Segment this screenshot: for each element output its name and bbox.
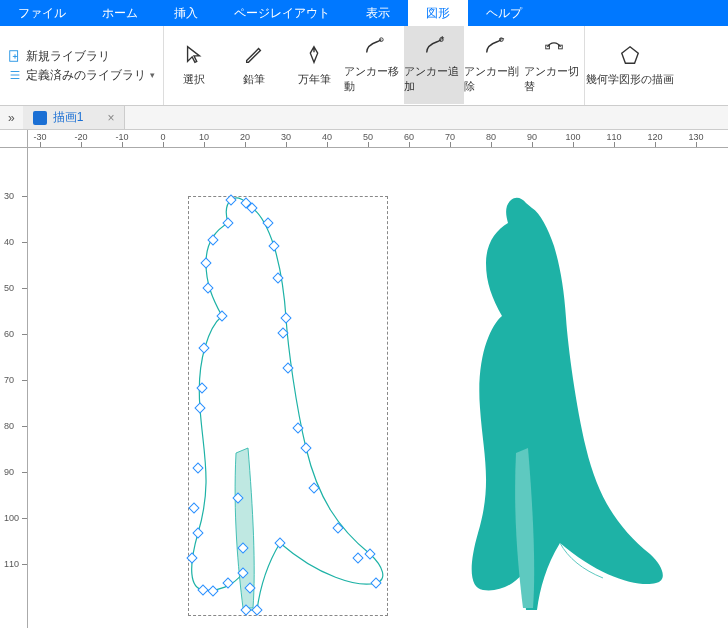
vruler-tick: 80	[4, 421, 14, 431]
ribbon: 新規ライブラリ 定義済みのライブラリ ▾ 選択鉛筆万年筆アンカー移動アンカー追加…	[0, 26, 728, 106]
vruler-tick: 90	[4, 467, 14, 477]
plus-doc-icon	[8, 49, 22, 63]
canvas[interactable]	[28, 148, 728, 628]
vruler-tick: 40	[4, 237, 14, 247]
hruler-tick: 110	[606, 132, 621, 142]
anchor-point[interactable]	[223, 218, 233, 228]
hruler-tick: 90	[527, 132, 537, 142]
tabbar: » 描画1 ×	[0, 106, 728, 130]
menu-図形[interactable]: 図形	[408, 0, 468, 26]
tool-anchor-delete[interactable]: アンカー削除	[464, 26, 524, 104]
chevron-down-icon: ▾	[150, 70, 155, 80]
pentagon-icon	[619, 44, 641, 66]
hruler-tick: 50	[363, 132, 373, 142]
hruler-tick: -10	[115, 132, 128, 142]
anchor-point[interactable]	[195, 403, 205, 413]
anchor-point[interactable]	[203, 283, 213, 293]
cursor-icon	[183, 44, 205, 66]
hruler-tick: 130	[688, 132, 703, 142]
hruler-tick: 0	[160, 132, 165, 142]
menu-挿入[interactable]: 挿入	[156, 0, 216, 26]
hruler-tick: 40	[322, 132, 332, 142]
vertical-ruler: 30405060708090100110	[0, 148, 28, 628]
anchor-point[interactable]	[193, 528, 203, 538]
anchor-point[interactable]	[269, 241, 279, 251]
geometry-group: 幾何学図形の描画	[584, 26, 675, 105]
geometry-button[interactable]: 幾何学図形の描画	[585, 26, 675, 104]
tool-anchor-move[interactable]: アンカー移動	[344, 26, 404, 104]
pen-icon	[303, 44, 325, 66]
tool-pen[interactable]: 万年筆	[284, 26, 344, 104]
anchor-point[interactable]	[197, 383, 207, 393]
menubar: ファイルホーム挿入ページレイアウト表示図形ヘルプ	[0, 0, 728, 26]
hruler-tick: -30	[33, 132, 46, 142]
anchor-move-icon	[363, 36, 385, 58]
hruler-tick: 10	[199, 132, 209, 142]
expand-panel-button[interactable]: »	[0, 108, 23, 128]
anchor-point[interactable]	[281, 313, 291, 323]
tool-anchor-switch[interactable]: アンカー切替	[524, 26, 584, 104]
anchor-point[interactable]	[252, 605, 262, 615]
tool-group: 選択鉛筆万年筆アンカー移動アンカー追加アンカー削除アンカー切替	[164, 26, 584, 105]
menu-ヘルプ[interactable]: ヘルプ	[468, 0, 540, 26]
vruler-tick: 110	[4, 559, 19, 569]
document-tab-label: 描画1	[53, 109, 84, 126]
tool-cursor[interactable]: 選択	[164, 26, 224, 104]
geometry-label: 幾何学図形の描画	[586, 72, 674, 87]
hruler-tick: 120	[647, 132, 662, 142]
defined-library-button[interactable]: 定義済みのライブラリ ▾	[8, 66, 155, 85]
hruler-tick: 20	[240, 132, 250, 142]
hruler-tick: 70	[445, 132, 455, 142]
hruler-tick: 30	[281, 132, 291, 142]
anchor-delete-icon	[483, 36, 505, 58]
anchor-point[interactable]	[263, 218, 273, 228]
menu-表示[interactable]: 表示	[348, 0, 408, 26]
vruler-tick: 50	[4, 283, 14, 293]
library-group: 新規ライブラリ 定義済みのライブラリ ▾	[0, 26, 164, 105]
tool-pencil[interactable]: 鉛筆	[224, 26, 284, 104]
vruler-tick: 70	[4, 375, 14, 385]
anchor-point[interactable]	[187, 553, 197, 563]
dress-filled-shape[interactable]	[308, 148, 728, 628]
new-library-button[interactable]: 新規ライブラリ	[8, 47, 155, 66]
tool-anchor-add[interactable]: アンカー追加	[404, 26, 464, 104]
menu-ファイル[interactable]: ファイル	[0, 0, 84, 26]
anchor-point[interactable]	[201, 258, 211, 268]
vruler-tick: 30	[4, 191, 14, 201]
hruler-tick: 60	[404, 132, 414, 142]
anchor-point[interactable]	[223, 578, 233, 588]
defined-library-label: 定義済みのライブラリ	[26, 68, 146, 83]
workspace: -30-20-100102030405060708090100110120130…	[0, 130, 728, 628]
anchor-add-icon	[423, 36, 445, 58]
ruler-corner	[0, 130, 28, 148]
hruler-tick: 80	[486, 132, 496, 142]
vruler-tick: 100	[4, 513, 19, 523]
pencil-icon	[243, 44, 265, 66]
vruler-tick: 60	[4, 329, 14, 339]
menu-ホーム[interactable]: ホーム	[84, 0, 156, 26]
list-icon	[8, 68, 22, 82]
anchor-point[interactable]	[189, 503, 199, 513]
document-tab[interactable]: 描画1 ×	[23, 106, 126, 129]
anchor-point[interactable]	[199, 343, 209, 353]
anchor-switch-icon	[543, 36, 565, 58]
hruler-tick: 100	[565, 132, 580, 142]
anchor-point[interactable]	[193, 463, 203, 473]
svg-marker-6	[622, 46, 639, 63]
close-tab-button[interactable]: ×	[107, 111, 114, 125]
hruler-tick: -20	[74, 132, 87, 142]
horizontal-ruler: -30-20-100102030405060708090100110120130	[28, 130, 728, 148]
anchor-point[interactable]	[198, 585, 208, 595]
doc-icon	[33, 111, 47, 125]
menu-ページレイアウト[interactable]: ページレイアウト	[216, 0, 348, 26]
anchor-point[interactable]	[208, 586, 218, 596]
new-library-label: 新規ライブラリ	[26, 49, 110, 64]
